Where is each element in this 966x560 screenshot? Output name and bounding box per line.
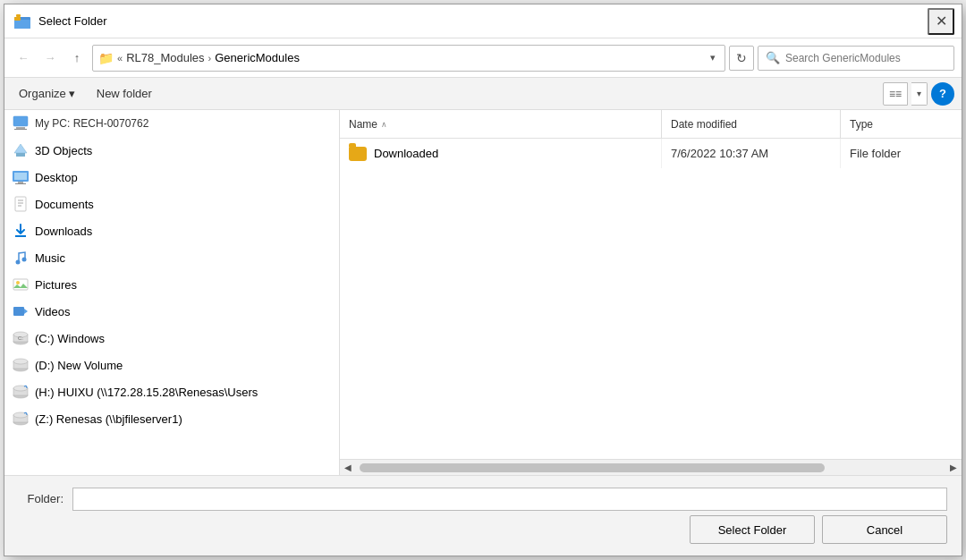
sidebar: My PC: RECH-0070762 3D Objects — [4, 110, 340, 475]
refresh-button[interactable]: ↻ — [729, 46, 754, 71]
organize-arrow: ▾ — [69, 87, 75, 100]
title-bar: Select Folder ✕ — [4, 4, 962, 38]
address-bar: 📁 « RL78_Modules › GenericModules ▾ — [92, 45, 725, 72]
file-name-text: Downloaded — [374, 147, 438, 160]
svg-rect-12 — [15, 183, 26, 184]
organize-button[interactable]: Organize ▾ — [12, 82, 82, 106]
address-current: GenericModules — [215, 51, 300, 64]
sidebar-item-documents[interactable]: Documents — [4, 191, 339, 217]
search-icon: 🔍 — [766, 51, 780, 64]
sidebar-item-videos[interactable]: Videos — [4, 298, 339, 325]
scroll-left-arrow[interactable]: ◀ — [340, 460, 356, 476]
sidebar-item-pictures[interactable]: Pictures — [4, 271, 339, 298]
sidebar-label-z-drive: (Z:) Renesas (\\bjfileserver1) — [35, 412, 182, 426]
help-button[interactable]: ? — [931, 82, 954, 106]
sidebar-scroll[interactable]: My PC: RECH-0070762 3D Objects — [4, 110, 339, 475]
desktop-icon — [12, 168, 30, 186]
pictures-icon — [12, 276, 30, 293]
svg-rect-6 — [14, 129, 27, 130]
svg-rect-3 — [16, 14, 21, 17]
toolbar: ← → ↑ 📁 « RL78_Modules › GenericModules … — [4, 38, 962, 78]
svg-rect-20 — [13, 279, 28, 290]
address-sep1: « — [117, 53, 123, 64]
select-folder-dialog: Select Folder ✕ ← → ↑ 📁 « RL78_Modules ›… — [4, 4, 962, 556]
file-type-text: File folder — [850, 147, 901, 160]
h-drive-icon — [12, 383, 30, 401]
footer: Folder: Select Folder Cancel — [4, 475, 962, 556]
sidebar-label-d-drive: (D:) New Volume — [35, 359, 123, 372]
file-header: Name ∧ Date modified Type — [340, 110, 962, 139]
col-header-name[interactable]: Name ∧ — [340, 110, 662, 138]
sidebar-item-h-drive[interactable]: (H:) HUIXU (\\172.28.15.28\Renesas\Users — [4, 378, 339, 405]
svg-rect-11 — [18, 182, 23, 183]
col-header-type[interactable]: Type — [841, 110, 962, 138]
col-header-date[interactable]: Date modified — [662, 110, 841, 138]
svg-point-21 — [16, 281, 20, 284]
col-name-label: Name — [349, 118, 377, 131]
pc-icon — [12, 114, 30, 134]
up-button[interactable]: ↑ — [65, 47, 89, 70]
view-mode-dropdown[interactable]: ▾ — [911, 82, 928, 106]
sidebar-item-3d-objects[interactable]: 3D Objects — [4, 137, 339, 164]
search-input[interactable] — [785, 52, 946, 64]
scroll-right-arrow[interactable]: ▶ — [945, 460, 962, 476]
search-box: 🔍 — [758, 46, 954, 71]
z-drive-icon — [12, 410, 30, 428]
pc-label: My PC: RECH-0070762 — [35, 117, 148, 130]
sidebar-label-music: Music — [35, 251, 65, 265]
file-date-text: 7/6/2022 10:37 AM — [671, 147, 768, 160]
sidebar-label-downloads: Downloads — [35, 225, 92, 238]
svg-rect-2 — [14, 17, 21, 21]
sidebar-label-documents: Documents — [35, 198, 94, 211]
address-sep2: › — [208, 53, 212, 64]
sidebar-item-d-drive[interactable]: (D:) New Volume — [4, 352, 339, 378]
sidebar-item-z-drive[interactable]: (Z:) Renesas (\\bjfileserver1) — [4, 405, 339, 432]
address-crumb-root[interactable]: RL78_Modules — [126, 51, 204, 64]
d-drive-icon — [12, 356, 30, 374]
sidebar-label-videos: Videos — [35, 305, 71, 318]
back-button[interactable]: ← — [12, 47, 35, 70]
svg-marker-7 — [14, 144, 27, 153]
organize-label: Organize — [19, 87, 66, 100]
sidebar-item-music[interactable]: Music — [4, 244, 339, 271]
address-folder-icon: 📁 — [98, 51, 114, 65]
svg-rect-10 — [14, 173, 27, 180]
view-mode-button[interactable]: ≡≡ — [883, 82, 908, 106]
file-cell-date: 7/6/2022 10:37 AM — [662, 139, 841, 168]
organize-bar: Organize ▾ New folder ≡≡ ▾ ? — [4, 78, 962, 110]
file-list[interactable]: Downloaded 7/6/2022 10:37 AM File folder — [340, 139, 962, 459]
col-type-label: Type — [850, 118, 873, 131]
svg-rect-4 — [13, 116, 28, 126]
table-row[interactable]: Downloaded 7/6/2022 10:37 AM File folder — [340, 139, 962, 169]
h-scroll-thumb[interactable] — [360, 463, 825, 472]
select-folder-button[interactable]: Select Folder — [690, 515, 815, 544]
sidebar-label-3d-objects: 3D Objects — [35, 144, 92, 157]
downloads-icon — [12, 222, 30, 240]
svg-rect-22 — [13, 307, 24, 316]
svg-rect-1 — [14, 20, 30, 29]
forward-button[interactable]: → — [38, 47, 62, 70]
sidebar-label-desktop: Desktop — [35, 171, 78, 184]
horizontal-scrollbar[interactable]: ◀ ▶ — [340, 459, 962, 475]
folder-input[interactable] — [72, 488, 947, 511]
cancel-button[interactable]: Cancel — [822, 515, 947, 544]
title-bar-left: Select Folder — [13, 13, 107, 30]
address-dropdown-button[interactable]: ▾ — [707, 50, 719, 65]
file-cell-name: Downloaded — [340, 139, 662, 168]
svg-text:C:: C: — [18, 335, 23, 341]
3d-objects-icon — [12, 141, 30, 159]
new-folder-button[interactable]: New folder — [89, 82, 159, 106]
main-content: My PC: RECH-0070762 3D Objects — [4, 110, 962, 475]
sidebar-item-desktop[interactable]: Desktop — [4, 164, 339, 191]
svg-point-30 — [13, 359, 28, 364]
folder-label: Folder: — [19, 492, 64, 505]
sidebar-label-h-drive: (H:) HUIXU (\\172.28.15.28\Renesas\Users — [35, 386, 258, 399]
sidebar-item-downloads[interactable]: Downloads — [4, 217, 339, 244]
close-button[interactable]: ✕ — [928, 8, 954, 35]
sort-arrow-name: ∧ — [381, 120, 387, 129]
documents-icon — [12, 195, 30, 213]
sidebar-pc-item[interactable]: My PC: RECH-0070762 — [4, 110, 339, 137]
svg-marker-23 — [24, 309, 28, 314]
file-area: Name ∧ Date modified Type Downloaded — [340, 110, 962, 475]
sidebar-item-c-drive[interactable]: C: (C:) Windows — [4, 325, 339, 352]
